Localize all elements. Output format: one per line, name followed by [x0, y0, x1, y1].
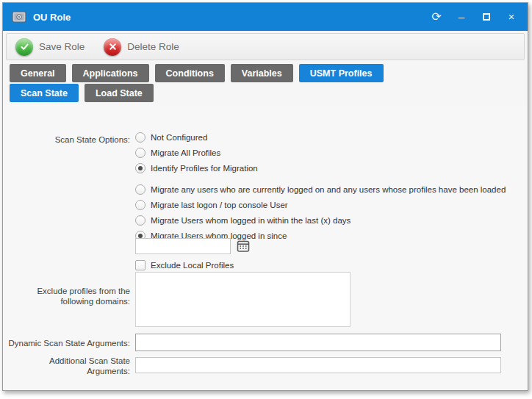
maximize-icon[interactable]	[479, 10, 494, 24]
scan-state-options-group: Not Configured Migrate All Profiles Iden…	[135, 132, 258, 173]
additional-scan-args-input[interactable]	[135, 357, 501, 373]
tab-variables[interactable]: Variables	[231, 64, 293, 82]
main-tabs: General Applications Conditions Variable…	[10, 64, 384, 82]
exclude-local-profiles-label: Exclude Local Profiles	[151, 261, 234, 270]
calendar-icon	[237, 240, 250, 253]
screen: OU Role ⟳ – × Save Role Delete Role	[0, 0, 532, 399]
save-check-icon	[15, 38, 33, 56]
save-role-label: Save Role	[39, 41, 85, 52]
exclude-domains-textarea[interactable]	[135, 272, 351, 327]
tab-applications[interactable]: Applications	[72, 64, 149, 82]
radio-icon	[135, 163, 145, 173]
radio-icon	[135, 184, 145, 195]
minimize-icon[interactable]: –	[454, 10, 469, 24]
refresh-icon[interactable]: ⟳	[429, 10, 444, 24]
radio-label: Migrate last logon / top console User	[151, 201, 288, 209]
radio-label: Migrate Users whom logged in within the …	[151, 216, 351, 225]
radio-migrate-last-logon[interactable]: Migrate last logon / top console User	[135, 199, 506, 210]
tab-usmt-profiles[interactable]: USMT Profiles	[299, 64, 384, 82]
ou-role-dialog: OU Role ⟳ – × Save Role Delete Role	[2, 2, 528, 391]
scan-state-panel: Scan State Options: Not Configured Migra…	[4, 105, 527, 389]
dynamic-scan-args-input[interactable]	[135, 334, 501, 351]
tab-general[interactable]: General	[10, 64, 66, 82]
subtab-scan-state[interactable]: Scan State	[10, 84, 79, 102]
ou-role-app-icon	[12, 10, 26, 24]
exclude-local-profiles-row[interactable]: Exclude Local Profiles	[135, 259, 234, 270]
delete-x-icon	[104, 38, 121, 56]
additional-scan-args-label: Additional Scan State Arguments:	[27, 356, 130, 376]
radio-icon	[135, 215, 145, 226]
save-role-button[interactable]: Save Role	[15, 38, 85, 56]
usmt-subtabs: Scan State Load State	[10, 84, 154, 102]
close-icon[interactable]: ×	[504, 10, 519, 24]
radio-icon	[135, 148, 145, 158]
radio-icon	[135, 132, 145, 143]
radio-migrate-all-profiles[interactable]: Migrate All Profiles	[135, 147, 258, 158]
delete-role-button[interactable]: Delete Role	[104, 38, 179, 56]
radio-migrate-logged-on-users[interactable]: Migrate any users who are currently logg…	[135, 184, 506, 195]
profile-selection-group: Migrate any users who are currently logg…	[135, 184, 506, 241]
radio-label: Migrate All Profiles	[151, 148, 220, 157]
dynamic-scan-args-label: Dynamic Scan State Arguments:	[4, 338, 130, 348]
tab-conditions[interactable]: Conditions	[155, 64, 225, 82]
toolbar: Save Role Delete Role	[6, 33, 525, 60]
radio-label: Not Configured	[151, 133, 207, 142]
exclude-domains-label: Exclude profiles from the following doma…	[23, 286, 130, 306]
radio-identify-profiles[interactable]: Identify Profiles for Migration	[135, 162, 258, 173]
subtab-load-state[interactable]: Load State	[85, 84, 154, 102]
titlebar[interactable]: OU Role ⟳ – ×	[3, 3, 528, 31]
since-date-row	[135, 238, 251, 254]
radio-label: Migrate any users who are currently logg…	[151, 185, 506, 194]
window-title: OU Role	[33, 12, 71, 23]
radio-migrate-last-x-days[interactable]: Migrate Users whom logged in within the …	[135, 215, 506, 226]
radio-label: Identify Profiles for Migration	[151, 164, 258, 173]
since-date-input[interactable]	[135, 238, 231, 254]
radio-not-configured[interactable]: Not Configured	[135, 132, 258, 143]
calendar-picker-button[interactable]	[236, 239, 251, 254]
radio-icon	[135, 200, 145, 210]
scan-state-options-label: Scan State Options:	[4, 134, 130, 145]
delete-role-label: Delete Role	[127, 41, 179, 52]
window-controls: ⟳ – ×	[429, 10, 519, 24]
checkbox-icon	[135, 260, 145, 270]
maximize-box	[483, 13, 490, 21]
